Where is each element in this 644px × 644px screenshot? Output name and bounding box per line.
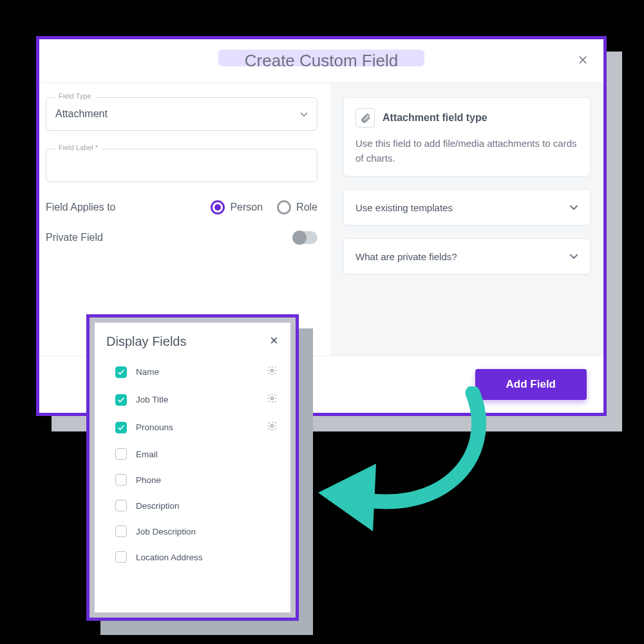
radio-person-label: Person [230, 202, 263, 213]
radio-unselected-icon [277, 200, 291, 214]
checkbox-checked-icon[interactable] [115, 366, 127, 378]
applies-to-row: Field Applies to Person Role [46, 200, 317, 214]
display-field-item[interactable]: Job Description [106, 518, 279, 544]
display-field-item[interactable]: Name [106, 358, 279, 386]
private-field-row: Private Field [46, 231, 317, 244]
chevron-down-icon [569, 251, 578, 262]
svg-point-2 [270, 424, 273, 427]
radio-role[interactable]: Role [277, 200, 317, 214]
display-field-item[interactable]: Job Title [106, 386, 279, 413]
toggle-knob-icon [292, 231, 307, 245]
svg-point-0 [270, 369, 273, 372]
gear-icon[interactable] [267, 365, 278, 379]
field-name-label: Email [136, 450, 158, 459]
field-type-value: Attachment [55, 108, 108, 120]
chevron-down-icon [300, 108, 308, 120]
field-type-label: Field Type [55, 92, 95, 100]
radio-selected-icon [211, 200, 225, 214]
popup-close-button[interactable] [269, 336, 279, 348]
close-icon [577, 54, 589, 66]
use-existing-templates-accordion[interactable]: Use existing templates [343, 189, 591, 225]
info-column: Attachment field type Use this field to … [330, 83, 603, 355]
checkbox-unchecked-icon[interactable] [115, 551, 127, 563]
display-field-list: NameJob TitlePronounsEmailPhoneDescripti… [106, 358, 279, 570]
display-field-item[interactable]: Phone [106, 467, 279, 493]
radio-person[interactable]: Person [211, 200, 263, 214]
field-name-label: Job Title [136, 395, 168, 404]
field-name-label: Job Description [136, 527, 196, 536]
checkbox-unchecked-icon[interactable] [115, 448, 127, 460]
display-field-item[interactable]: Location Address [106, 544, 279, 570]
popup-header: Display Fields [106, 334, 279, 349]
private-field-toggle[interactable] [293, 231, 317, 244]
field-name-label: Name [136, 367, 159, 377]
accordion2-label: What are private fields? [355, 251, 457, 262]
field-name-label: Location Address [136, 553, 203, 562]
field-label-label: Field Label * [55, 144, 102, 151]
private-field-label: Private Field [46, 232, 103, 243]
modal-header: Create Custom Field [39, 39, 603, 83]
add-field-button[interactable]: Add Field [475, 369, 587, 400]
modal-title: Create Custom Field [245, 51, 398, 71]
checkbox-unchecked-icon[interactable] [115, 474, 127, 486]
display-field-item[interactable]: Email [106, 441, 279, 467]
chevron-down-icon [569, 202, 578, 213]
info-title: Attachment field type [383, 112, 488, 124]
checkbox-unchecked-icon[interactable] [115, 500, 127, 511]
svg-point-1 [270, 397, 273, 399]
display-field-item[interactable]: Pronouns [106, 413, 279, 441]
field-type-info-card: Attachment field type Use this field to … [343, 97, 591, 176]
gear-icon[interactable] [267, 421, 278, 434]
display-fields-popup: Display Fields NameJob TitlePronounsEmai… [86, 314, 299, 621]
applies-to-radio-group: Person Role [211, 200, 317, 214]
field-label-group: Field Label * [46, 149, 317, 182]
field-name-label: Pronouns [136, 422, 173, 432]
field-type-select[interactable]: Attachment [46, 97, 317, 131]
paperclip-icon [355, 108, 375, 128]
radio-role-label: Role [296, 202, 317, 213]
field-label-input[interactable] [46, 149, 317, 182]
applies-to-label: Field Applies to [46, 202, 116, 213]
private-fields-accordion[interactable]: What are private fields? [343, 238, 591, 274]
field-name-label: Description [136, 501, 180, 511]
accordion1-label: Use existing templates [355, 202, 453, 213]
checkbox-checked-icon[interactable] [115, 422, 127, 433]
gear-icon[interactable] [267, 393, 278, 406]
popup-title: Display Fields [106, 334, 186, 349]
field-name-label: Phone [136, 475, 161, 485]
info-desc: Use this field to add file/media attachm… [355, 137, 578, 166]
checkbox-unchecked-icon[interactable] [115, 526, 127, 537]
field-type-group: Field Type Attachment [46, 97, 317, 131]
checkbox-checked-icon[interactable] [115, 394, 127, 406]
display-field-item[interactable]: Description [106, 493, 279, 518]
close-button[interactable] [574, 51, 592, 69]
